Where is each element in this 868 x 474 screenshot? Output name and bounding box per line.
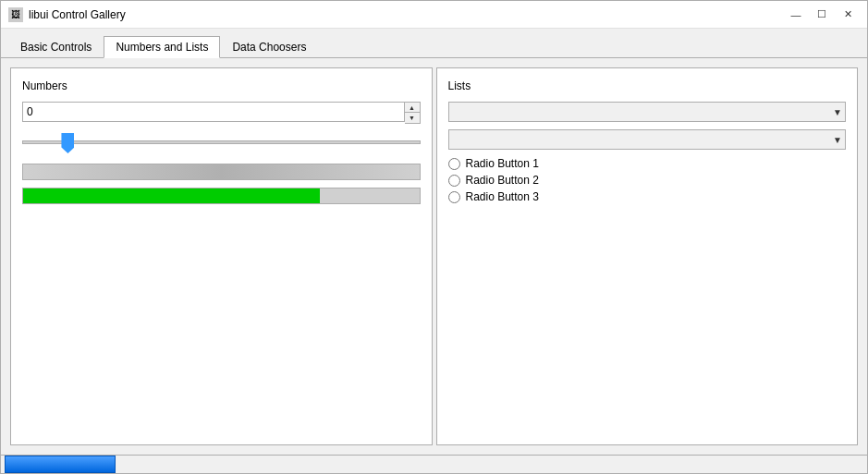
progress-fill xyxy=(23,188,320,203)
spinbox-down-button[interactable]: ▼ xyxy=(405,113,420,123)
spinbox-input[interactable] xyxy=(22,102,405,122)
indeterminate-progress-container xyxy=(22,164,421,180)
bottom-bar-fill xyxy=(5,456,116,473)
radio-item-3[interactable]: Radio Button 3 xyxy=(448,190,847,203)
numbers-panel-title: Numbers xyxy=(22,79,421,92)
radio-group: Radio Button 1 Radio Button 2 Radio Butt… xyxy=(448,157,847,203)
radio-button-1[interactable] xyxy=(448,158,460,170)
maximize-button[interactable]: ☐ xyxy=(810,6,834,24)
combo2-select[interactable] xyxy=(448,129,847,150)
bottom-bar xyxy=(1,455,867,473)
main-window: 🖼 libui Control Gallery — ☐ ✕ Basic Cont… xyxy=(0,0,868,474)
radio-button-2[interactable] xyxy=(448,175,460,187)
radio-button-3[interactable] xyxy=(448,191,460,203)
minimize-button[interactable]: — xyxy=(784,6,808,24)
spinbox-buttons: ▲ ▼ xyxy=(405,102,421,124)
lists-panel: Lists ▼ ▼ Radio Button 1 xyxy=(436,67,859,445)
window-title: libui Control Gallery xyxy=(29,8,126,21)
combo1-select[interactable] xyxy=(448,102,847,122)
tab-data-choosers[interactable]: Data Choosers xyxy=(220,36,318,58)
progress-container xyxy=(22,188,421,204)
spinbox-up-button[interactable]: ▲ xyxy=(405,103,420,113)
tab-basic-controls[interactable]: Basic Controls xyxy=(8,36,104,58)
close-button[interactable]: ✕ xyxy=(836,6,860,24)
radio-item-2[interactable]: Radio Button 2 xyxy=(448,174,847,187)
radio-item-1[interactable]: Radio Button 1 xyxy=(448,157,847,170)
progress-bar xyxy=(22,188,421,204)
combo2-wrapper: ▼ xyxy=(448,129,847,150)
title-bar: 🖼 libui Control Gallery — ☐ ✕ xyxy=(1,1,867,29)
title-bar-left: 🖼 libui Control Gallery xyxy=(8,7,126,22)
spinbox-container: ▲ ▼ xyxy=(22,102,421,124)
combo1-wrapper: ▼ xyxy=(448,102,847,122)
slider-container xyxy=(22,133,421,154)
app-icon: 🖼 xyxy=(8,7,23,22)
tab-numbers-and-lists[interactable]: Numbers and Lists xyxy=(104,36,220,58)
lists-panel-title: Lists xyxy=(448,79,847,92)
numbers-panel: Numbers ▲ ▼ xyxy=(10,67,433,445)
window-controls: — ☐ ✕ xyxy=(784,6,860,24)
tab-bar: Basic Controls Numbers and Lists Data Ch… xyxy=(1,29,867,58)
content-area: Numbers ▲ ▼ xyxy=(1,58,867,455)
slider-input[interactable] xyxy=(22,133,421,152)
indeterminate-progress-bar xyxy=(22,164,421,180)
